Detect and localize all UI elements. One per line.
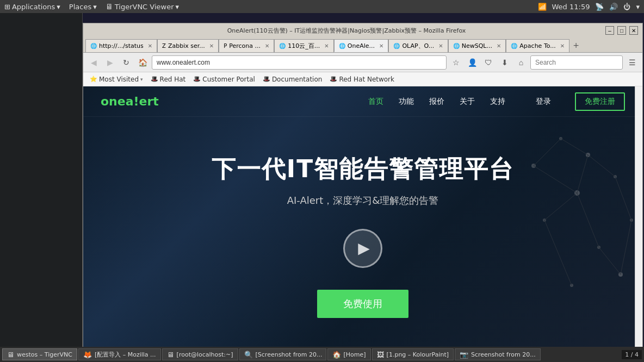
tab-close-1[interactable]: ✕	[148, 43, 152, 49]
places-arrow-icon: ▾	[93, 3, 97, 11]
new-tab-button[interactable]: +	[569, 41, 583, 49]
tab-110[interactable]: 🌐 110云_百... ✕	[274, 39, 333, 52]
nav-support[interactable]: 支持	[490, 97, 505, 107]
tab-onealert[interactable]: 🌐 OneAle... ✕	[334, 39, 389, 52]
tab-status[interactable]: 🌐 http://.../status ✕	[85, 39, 157, 52]
taskbar-screenshot2-label: Screenshot from 20...	[471, 351, 536, 358]
maximize-button[interactable]: □	[617, 26, 626, 35]
home-button[interactable]: 🏠	[135, 55, 150, 70]
places-menu[interactable]: Places ▾	[69, 3, 97, 11]
bookmark-label-most-visited: Most Visited	[99, 76, 139, 83]
free-use-button[interactable]: 免费使用	[317, 290, 408, 318]
tab-close-5[interactable]: ✕	[379, 43, 383, 49]
places-label: Places	[69, 3, 91, 11]
vnc-viewer-item[interactable]: 🖥 TigerVNC Viewer ▾	[106, 2, 179, 11]
taskbar-item-terminal[interactable]: 🖥 [root@localhost:~]	[162, 348, 238, 360]
tab-close-8[interactable]: ✕	[560, 43, 565, 49]
tab-close-4[interactable]: ✕	[324, 43, 329, 49]
tab-zabbix[interactable]: Z Zabbix ser... ✕	[157, 39, 219, 52]
taskbar-paint-icon: 🖼	[377, 351, 384, 359]
apps-label: Applications	[12, 3, 55, 11]
nav-about[interactable]: 关于	[460, 97, 475, 107]
tab-olap[interactable]: 🌐 OLAP、O... ✕	[388, 39, 448, 52]
hero-section: 下一代IT智能告警管理平台 AI-Alert，深度学习&理解您的告警 ▶ 免费使…	[83, 117, 642, 354]
taskbar-right: 1 / 4	[622, 350, 642, 359]
redhat-icon: 🎩	[151, 76, 158, 83]
most-visited-icon: ⭐	[90, 76, 97, 83]
applications-menu[interactable]: ⊞ Applications ▾	[4, 3, 60, 11]
taskbar-mozilla-label: [配置导入 – Mozilla ...	[95, 351, 156, 359]
tab-icon-8: 🌐	[511, 43, 517, 49]
shield-button[interactable]: 🛡	[481, 55, 496, 70]
tab-newsql[interactable]: 🌐 NewSQL... ✕	[448, 39, 506, 52]
nav-pricing[interactable]: 报价	[429, 97, 444, 107]
taskbar-screenshot1-icon: 🔍	[244, 351, 253, 359]
tab-label-2: Zabbix ser...	[168, 42, 205, 49]
search-input[interactable]	[530, 55, 623, 70]
tab-apache[interactable]: 🌐 Apache To... ✕	[506, 39, 569, 52]
menu-button[interactable]: ☰	[625, 55, 639, 70]
bookmark-label-redhat-network: Red Hat Network	[339, 76, 394, 83]
nav-login[interactable]: 登录	[536, 97, 551, 107]
vnc-left-panel	[0, 13, 83, 353]
minimize-button[interactable]: –	[605, 26, 614, 35]
forward-button[interactable]: ▶	[103, 55, 117, 70]
download-button[interactable]: ⬇	[498, 55, 512, 70]
taskbar-vnc-icon: 🖥	[7, 351, 14, 359]
page-content: onea!ert 首页 功能 报价 关于 支持 登录 免费注册 下一代IT智能告…	[83, 86, 642, 354]
tab-close-2[interactable]: ✕	[209, 43, 214, 49]
taskbar-item-home[interactable]: 🏠 [Home]	[327, 348, 371, 360]
url-bar[interactable]	[152, 55, 447, 70]
network-icon: 📶	[538, 3, 547, 11]
hero-title: 下一代IT智能告警管理平台	[212, 153, 514, 185]
tab-icon-2: Z	[162, 43, 166, 49]
taskbar-item-screenshot1[interactable]: 🔍 [Screenshot from 20...	[239, 348, 326, 360]
tab-icon-7: 🌐	[453, 43, 460, 49]
tab-close-7[interactable]: ✕	[497, 43, 501, 49]
close-button[interactable]: ✕	[629, 26, 638, 35]
back-button[interactable]: ◀	[86, 55, 101, 70]
tab-percona[interactable]: P Percona ... ✕	[219, 39, 274, 52]
wifi-icon: 📡	[595, 3, 604, 11]
redhat-network-icon: 🎩	[330, 76, 337, 83]
taskbar-paint-label: [1.png – KolourPaint]	[387, 351, 449, 358]
bookmark-customer-portal[interactable]: 🎩 Customer Portal	[190, 73, 258, 85]
logo-highlight: !	[134, 95, 139, 108]
system-time: Wed 11:59	[552, 3, 590, 11]
home-nav-button[interactable]: ⌂	[514, 55, 528, 70]
taskbar-item-mozilla[interactable]: 🦊 [配置导入 – Mozilla ...	[78, 348, 161, 360]
reader-button[interactable]: 👤	[465, 55, 479, 70]
vnc-window: OneAlert(110云告警) – IT运维监控告警神器|Nagios预警|Z…	[0, 13, 644, 362]
bookmark-star-button[interactable]: ☆	[449, 55, 463, 70]
reload-button[interactable]: ↻	[119, 55, 133, 70]
tab-close-6[interactable]: ✕	[438, 43, 443, 49]
tab-bar: 🌐 http://.../status ✕ Z Zabbix ser... ✕ …	[83, 38, 642, 53]
bookmark-most-visited[interactable]: ⭐ Most Visited ▾	[86, 73, 146, 85]
nav-home[interactable]: 首页	[368, 97, 383, 107]
nav-features[interactable]: 功能	[399, 97, 414, 107]
play-button[interactable]: ▶	[343, 229, 382, 268]
bookmark-documentation[interactable]: 🎩 Documentation	[259, 73, 326, 85]
bookmark-label-documentation: Documentation	[272, 76, 323, 83]
power-icon: ⏻	[623, 3, 630, 11]
bookmark-redhat-network[interactable]: 🎩 Red Hat Network	[326, 73, 398, 85]
bookmark-redhat[interactable]: 🎩 Red Hat	[147, 73, 189, 85]
tab-label-7: NewSQL...	[462, 42, 492, 49]
taskbar-item-screenshot2[interactable]: 📷 Screenshot from 20...	[455, 348, 541, 360]
tab-icon-4: 🌐	[279, 43, 286, 49]
taskbar-terminal-icon: 🖥	[167, 351, 174, 359]
tab-label-8: Apache To...	[519, 42, 555, 49]
tab-label-4: 110云_百...	[288, 42, 320, 50]
tab-close-3[interactable]: ✕	[265, 43, 269, 49]
bookmark-label-customer-portal: Customer Portal	[202, 76, 255, 83]
nav-register-button[interactable]: 免费注册	[575, 92, 625, 111]
taskbar-terminal-label: [root@localhost:~]	[177, 351, 233, 358]
documentation-icon: 🎩	[263, 76, 270, 83]
nav-bar: ◀ ▶ ↻ 🏠 ☆ 👤 🛡 ⬇ ⌂ ☰	[83, 53, 642, 72]
bookmark-label-redhat: Red Hat	[160, 76, 186, 83]
taskbar-item-vnc[interactable]: 🖥 westos – TigerVNC	[2, 348, 77, 360]
play-icon: ▶	[358, 239, 370, 257]
taskbar-item-paint[interactable]: 🖼 [1.png – KolourPaint]	[372, 348, 454, 360]
tab-label-3: Percona ...	[229, 42, 261, 49]
tab-label-5: OneAle...	[348, 42, 375, 49]
